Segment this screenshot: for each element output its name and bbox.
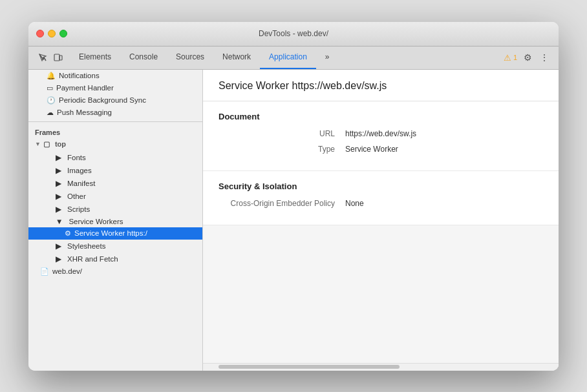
service-workers-arrow-icon: ▼ bbox=[56, 218, 63, 225]
tab-console[interactable]: Console bbox=[120, 46, 167, 69]
scroll-thumb[interactable] bbox=[219, 365, 400, 369]
url-label: URL bbox=[219, 129, 335, 138]
toolbar-right: ⚠ 1 ⚙ ⋮ bbox=[498, 46, 556, 69]
sidebar-divider bbox=[28, 121, 202, 122]
coep-row: Cross-Origin Embedder Policy None bbox=[219, 199, 543, 208]
device-icon[interactable] bbox=[52, 51, 65, 64]
tab-network[interactable]: Network bbox=[213, 46, 260, 69]
tab-bar: Elements Console Sources Network Applica… bbox=[28, 46, 559, 70]
traffic-lights bbox=[36, 30, 67, 37]
sidebar-item-scripts[interactable]: ▶ Scripts bbox=[28, 203, 202, 216]
sidebar-item-stylesheets[interactable]: ▶ Stylesheets bbox=[28, 240, 202, 253]
type-label: Type bbox=[219, 145, 335, 154]
gear-icon: ⚙ bbox=[65, 229, 71, 238]
devtools-window: DevTools - web.dev/ Elements C bbox=[28, 22, 559, 371]
sidebar-item-xhr[interactable]: ▶ XHR and Fetch bbox=[28, 253, 202, 265]
content-header: Service Worker https://web.dev/sw.js bbox=[203, 70, 559, 101]
document-section: Document URL https://web.dev/sw.js Type … bbox=[203, 101, 559, 171]
tab-sources[interactable]: Sources bbox=[167, 46, 213, 69]
settings-icon[interactable]: ⚙ bbox=[521, 51, 534, 64]
window-title: DevTools - web.dev/ bbox=[259, 29, 328, 38]
frames-top-header[interactable]: ▼ ▢ top bbox=[28, 138, 202, 151]
content-spacer bbox=[203, 225, 559, 363]
other-arrow-icon: ▶ bbox=[56, 192, 61, 201]
security-section: Security & Isolation Cross-Origin Embedd… bbox=[203, 171, 559, 225]
images-arrow-icon: ▶ bbox=[56, 166, 61, 175]
fonts-arrow-icon: ▶ bbox=[56, 153, 61, 162]
tab-list: Elements Console Sources Network Applica… bbox=[70, 46, 498, 69]
type-value: Service Worker bbox=[345, 145, 398, 154]
sidebar-item-push-messaging[interactable]: ☁ Push Messaging bbox=[28, 107, 202, 119]
sidebar-item-periodic-sync[interactable]: 🕐 Periodic Background Sync bbox=[28, 94, 202, 107]
type-row: Type Service Worker bbox=[219, 145, 543, 154]
close-button[interactable] bbox=[36, 30, 44, 37]
cursor-icon[interactable] bbox=[36, 51, 49, 64]
sidebar-item-payment-handler[interactable]: ▭ Payment Handler bbox=[28, 82, 202, 94]
sidebar-item-manifest[interactable]: ▶ Manifest bbox=[28, 177, 202, 190]
stylesheets-arrow-icon: ▶ bbox=[56, 242, 61, 251]
sidebar: 🔔 Notifications ▭ Payment Handler 🕐 Peri… bbox=[28, 70, 203, 371]
url-value: https://web.dev/sw.js bbox=[345, 129, 416, 138]
scripts-arrow-icon: ▶ bbox=[56, 205, 61, 214]
security-heading: Security & Isolation bbox=[219, 181, 543, 191]
tab-elements[interactable]: Elements bbox=[70, 46, 120, 69]
coep-label: Cross-Origin Embedder Policy bbox=[219, 199, 335, 208]
minimize-button[interactable] bbox=[48, 30, 56, 37]
more-menu-icon[interactable]: ⋮ bbox=[538, 51, 551, 64]
page-icon: 📄 bbox=[40, 267, 49, 276]
sidebar-item-service-worker-selected[interactable]: ⚙ Service Worker https:/ bbox=[28, 227, 202, 240]
sidebar-item-webdev[interactable]: 📄 web.dev/ bbox=[28, 265, 202, 278]
content-title: Service Worker https://web.dev/sw.js bbox=[219, 80, 543, 92]
notifications-icon: 🔔 bbox=[47, 72, 56, 80]
svg-rect-1 bbox=[59, 56, 62, 60]
sidebar-item-fonts[interactable]: ▶ Fonts bbox=[28, 151, 202, 164]
warning-icon: ⚠ bbox=[504, 53, 511, 63]
push-icon: ☁ bbox=[47, 108, 54, 117]
payment-icon: ▭ bbox=[47, 84, 53, 92]
maximize-button[interactable] bbox=[59, 30, 67, 37]
title-bar: DevTools - web.dev/ bbox=[28, 22, 559, 46]
sidebar-item-service-workers[interactable]: ▼ Service Workers bbox=[28, 216, 202, 227]
periodic-sync-icon: 🕐 bbox=[47, 96, 56, 105]
nav-controls bbox=[31, 46, 70, 69]
frames-arrow-icon: ▼ bbox=[35, 141, 41, 147]
xhr-arrow-icon: ▶ bbox=[56, 254, 61, 263]
svg-rect-0 bbox=[54, 54, 59, 61]
url-row: URL https://web.dev/sw.js bbox=[219, 129, 543, 138]
tab-more[interactable]: » bbox=[316, 46, 339, 69]
horizontal-scrollbar[interactable] bbox=[203, 363, 559, 371]
document-heading: Document bbox=[219, 112, 543, 121]
sidebar-item-notifications[interactable]: 🔔 Notifications bbox=[28, 70, 202, 82]
content-panel: Service Worker https://web.dev/sw.js Doc… bbox=[203, 70, 559, 371]
coep-value: None bbox=[345, 199, 364, 208]
sidebar-item-other[interactable]: ▶ Other bbox=[28, 190, 202, 203]
manifest-arrow-icon: ▶ bbox=[56, 179, 61, 188]
warning-badge[interactable]: ⚠ 1 bbox=[504, 53, 517, 63]
frames-section-label: Frames bbox=[28, 125, 202, 138]
tab-application[interactable]: Application bbox=[260, 46, 316, 69]
sidebar-item-images[interactable]: ▶ Images bbox=[28, 164, 202, 177]
main-area: 🔔 Notifications ▭ Payment Handler 🕐 Peri… bbox=[28, 70, 559, 371]
